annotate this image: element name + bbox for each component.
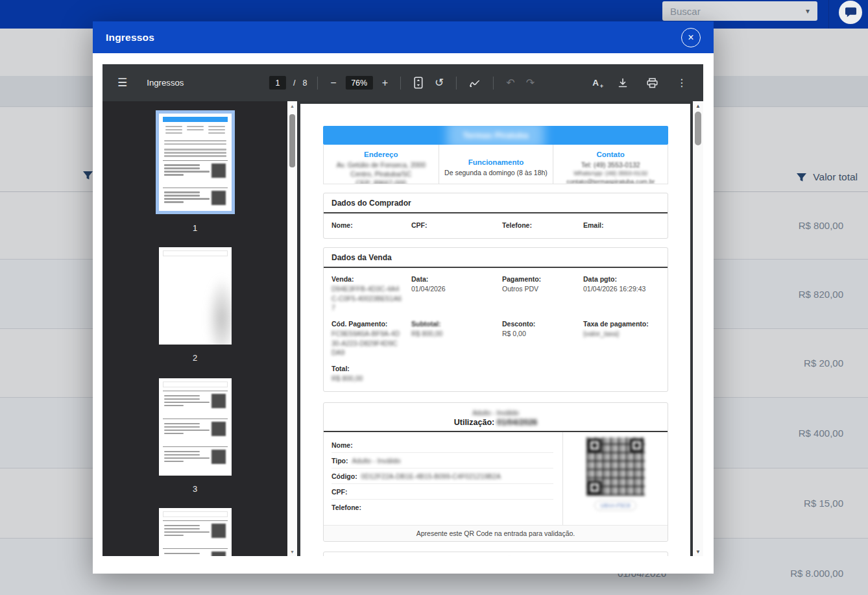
add-text-icon: A + [592, 78, 599, 88]
scroll-up-icon[interactable]: ▲ [693, 101, 703, 110]
filter-icon [796, 173, 807, 182]
sale-id-label: Venda: [332, 275, 411, 283]
usage-date: 01/04/2026 [497, 418, 538, 427]
ticket-name-label: Nome: [332, 441, 353, 449]
download-icon [618, 78, 628, 88]
thumbnail-page-1[interactable] [159, 114, 232, 211]
close-icon: × [688, 32, 693, 43]
sale-card-title: Dados da Venda [324, 248, 668, 267]
zoom-out-button[interactable]: − [328, 75, 338, 91]
pdf-scrollbar[interactable]: ▲ ▼ [693, 101, 703, 556]
pdf-document-title: Ingressos [147, 78, 184, 88]
print-icon [647, 78, 658, 88]
more-options-button[interactable]: ⋮ [675, 75, 689, 91]
annotate-button[interactable] [467, 77, 483, 90]
sidebar-toggle-button[interactable]: ☰ [115, 74, 129, 91]
contact-line: contato@termaspiratuba.com.br [557, 178, 664, 184]
hours-column: Funcionamento De segunda a domingo (8 às… [439, 145, 553, 184]
minus-icon: − [330, 77, 336, 89]
zoom-level-input[interactable]: 76% [346, 76, 373, 90]
ticket-phone-label: Telefone: [332, 504, 361, 511]
sale-id-cell: Venda: D94E3FFB-4D3C-4A4C-C0F5-40023BE51… [332, 275, 411, 313]
scrollbar-thumb[interactable] [289, 114, 295, 167]
redo-button[interactable]: ↷ [524, 75, 536, 91]
add-text-annotation-button[interactable]: A + [590, 76, 601, 90]
scroll-down-icon[interactable]: ▼ [287, 547, 297, 556]
venue-info-row: Endereço Av. Getúlio de Fonseca, 2000 Ce… [323, 145, 668, 184]
scroll-up-icon[interactable]: ▲ [287, 101, 297, 110]
thumbnail-page-4[interactable] [159, 508, 232, 556]
modal-header: Ingressos × [93, 21, 714, 53]
fee-label: Taxa de pagamento: [583, 320, 661, 328]
buyer-name-label: Nome: [332, 221, 411, 229]
more-vertical-icon: ⋮ [677, 77, 687, 89]
usage-label: Utilização: [454, 418, 495, 427]
ticket-type-row: Tipo: Adulto - Inválido [332, 453, 553, 468]
undo-button[interactable]: ↶ [504, 75, 516, 91]
print-button[interactable] [645, 76, 660, 90]
address-heading: Endereço [328, 151, 435, 158]
undo-icon: ↶ [506, 77, 514, 89]
ingressos-modal: Ingressos × ☰ Ingressos 1 / 8 [93, 21, 714, 574]
add-text-plus: + [600, 83, 603, 90]
payment-code-label: Cód. Pagamento: [332, 320, 411, 328]
ticket-card: Adulto - Inválido Utilização: 01/04/2026 [323, 552, 668, 556]
chat-button[interactable] [839, 1, 862, 24]
sale-data-card: Dados da Venda Venda: D94E3FFB-4D3C-4A4C… [323, 247, 668, 392]
thumbnail-page-2[interactable] [159, 247, 232, 345]
sale-date-cell: Data: 01/04/2026 [411, 275, 502, 313]
redo-icon: ↷ [526, 77, 535, 89]
payment-code-value: FC9E59A5A-BF9A-4D30-A223-D829F4D9CDA9 [332, 329, 402, 358]
rotate-ccw-icon: ↺ [435, 76, 444, 90]
fit-to-page-button[interactable] [411, 75, 426, 91]
ticket-code-value: 0D12F22A-DB1E-4B15-B099-C4F021219B2A [361, 472, 501, 480]
page-number-input[interactable]: 1 [269, 76, 286, 90]
topbar-divider [828, 0, 829, 29]
thumbnail-preview [159, 382, 232, 468]
subtotal-cell: Subtotal: R$ 800,00 [411, 320, 502, 358]
valor-total-cell: R$ 400,00 [799, 428, 843, 439]
sale-date-label: Data: [411, 275, 502, 283]
valor-total-cell: R$ 820,00 [799, 289, 843, 300]
total-value: R$ 800,00 [332, 374, 402, 383]
thumbnail-scrollbar[interactable]: ▲ ▼ [287, 101, 297, 556]
buyer-card-title: Dados do Comprador [324, 193, 668, 212]
ticket-phone-row: Telefone: [332, 500, 553, 515]
add-text-letter: A [592, 78, 599, 88]
thumbnail-preview [159, 511, 232, 556]
ticket-type-label: Tipo: [332, 457, 348, 465]
screen: Buscar ▾ Valor total R$ 800,00 R$ 820,00… [0, 0, 868, 595]
pdf-viewer-body: 1 2 [102, 101, 703, 556]
contact-column: Contato Tel: (49) 3553-0132 WhatsApp: (4… [553, 145, 668, 184]
scroll-down-icon[interactable]: ▼ [693, 547, 703, 556]
search-input[interactable]: Buscar ▾ [662, 1, 817, 21]
hours-heading: Funcionamento [443, 158, 549, 166]
scrollbar-thumb[interactable] [695, 112, 701, 145]
toolbar-divider [400, 77, 401, 90]
discount-label: Desconto: [502, 320, 583, 328]
pdf-main-view: Termas Piratuba Endereço Av. Getúlio de … [297, 101, 703, 556]
payment-date-label: Data pgto: [583, 275, 668, 283]
valor-total-cell: R$ 15,00 [804, 498, 843, 509]
close-button[interactable]: × [681, 28, 701, 47]
subtotal-label: Subtotal: [411, 320, 502, 328]
qr-panel: U8AA-F5C8 [562, 432, 668, 525]
ticket-name-row: Nome: [332, 437, 553, 453]
address-column: Endereço Av. Getúlio de Fonseca, 2000 Ce… [324, 145, 439, 184]
fee-cell: Taxa de pagamento: {valor_taxa} [583, 320, 668, 358]
payment-value: Outros PDV [502, 284, 572, 294]
column-header-valor-total[interactable]: Valor total [796, 162, 858, 192]
zoom-in-button[interactable]: + [380, 75, 390, 91]
search-placeholder: Buscar [670, 6, 701, 17]
page-total-count: 8 [302, 79, 307, 88]
filter-icon[interactable] [82, 171, 93, 183]
thumbnail-page-3[interactable] [159, 378, 232, 476]
ticket-type-value: Adulto - Inválido [352, 457, 400, 465]
rotate-button[interactable]: ↺ [433, 74, 446, 91]
pdf-toolbar: ☰ Ingressos 1 / 8 − 76% + [102, 64, 703, 101]
plus-icon: + [382, 77, 388, 89]
payment-label: Pagamento: [502, 275, 583, 283]
buyer-phone-label: Telefone: [502, 221, 583, 229]
ticket-card: Adulto - Inválido Utilização: 01/04/2026 [323, 402, 668, 542]
download-button[interactable] [616, 76, 630, 90]
